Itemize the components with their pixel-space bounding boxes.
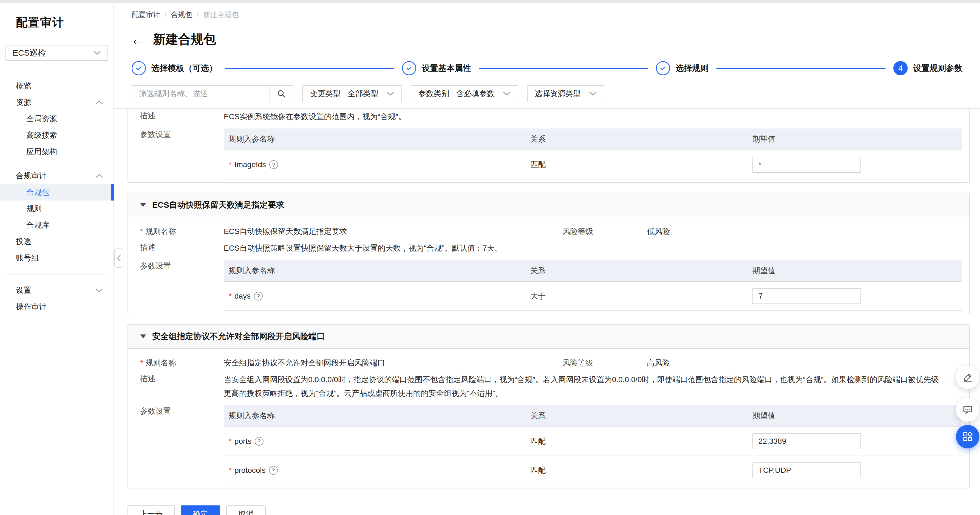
step-4-current: 4 设置规则参数 — [893, 61, 963, 75]
param-name: ImageIds — [234, 160, 266, 169]
rule-section-title: 安全组指定协议不允许对全部网段开启风险端口 — [152, 331, 325, 342]
step-2-label: 设置基本属性 — [422, 63, 471, 74]
scope-select[interactable]: ECS巡检 — [5, 45, 108, 61]
app-grid-icon — [962, 431, 973, 442]
change-type-dropdown[interactable]: 变更类型 全部类型 — [302, 85, 402, 102]
param-name: ports — [234, 437, 251, 446]
sidebar-item-label: 资源 — [16, 97, 31, 108]
param-category-dropdown[interactable]: 参数类别 含必填参数 — [411, 85, 518, 102]
required-mark: * — [140, 358, 143, 367]
param-row: *protocols? 匹配 — [224, 456, 962, 485]
param-row: *days? 大于 — [224, 282, 962, 311]
sidebar-collapse-handle[interactable] — [115, 249, 123, 268]
change-type-value: 全部类型 — [348, 89, 379, 99]
chevron-left-icon — [117, 254, 121, 262]
scope-select-value: ECS巡检 — [13, 48, 46, 59]
sidebar-item-label: 应用架构 — [26, 147, 57, 157]
sidebar-divider — [6, 274, 107, 274]
help-icon[interactable]: ? — [269, 466, 278, 475]
sidebar-item-settings[interactable]: 设置 — [0, 282, 113, 299]
required-mark: * — [229, 292, 232, 301]
param-table: 规则入参名称 关系 期望值 *ports? 匹配 *protocols? 匹配 — [224, 405, 962, 485]
param-category-value: 含必填参数 — [456, 89, 495, 99]
collapse-triangle-icon — [140, 334, 146, 338]
sidebar-item-label: 账号组 — [16, 253, 39, 263]
rule-name-row: *规则名称 安全组指定协议不允许对全部网段开启风险端口 风险等级 高风险 — [140, 357, 962, 369]
param-settings-row: 参数设置 规则入参名称 关系 期望值 *ImageIds? 匹配 — [140, 128, 962, 179]
expected-value-input[interactable] — [752, 463, 861, 478]
param-settings-row: 参数设置 规则入参名称 关系 期望值 *ports? 匹配 *protocols… — [140, 405, 962, 485]
step-connector — [225, 68, 394, 69]
step-1: 选择模板（可选） — [132, 61, 217, 75]
window-top-edge — [0, 0, 980, 3]
description-text: 当安全组入网网段设置为0.0.0.0/0时，指定协议的端口范围不包含指定风险端口… — [224, 373, 962, 400]
rule-search-input[interactable] — [132, 86, 269, 101]
breadcrumb-separator: / — [197, 10, 199, 19]
sidebar-item-rules[interactable]: 规则 — [0, 201, 113, 217]
param-name-column-header: 规则入参名称 — [224, 134, 525, 144]
expected-value-input[interactable] — [752, 433, 861, 449]
sidebar-item-label: 设置 — [16, 285, 31, 296]
risk-level-value: 高风险 — [647, 357, 670, 369]
risk-level-value: 低风险 — [647, 225, 670, 238]
back-arrow-icon[interactable]: ← — [130, 32, 145, 47]
sidebar-item-label: 规则 — [26, 204, 42, 214]
sidebar-item-compliance-lib[interactable]: 合规库 — [0, 217, 113, 233]
search-button[interactable] — [269, 86, 293, 101]
resource-type-dropdown[interactable]: 选择资源类型 — [527, 85, 605, 102]
breadcrumb-separator: / — [164, 10, 167, 19]
sidebar-item-advanced-search[interactable]: 高级搜索 — [0, 127, 113, 144]
rule-section-header[interactable]: 安全组指定协议不允许对全部网段开启风险端口 — [128, 325, 969, 349]
relation-value: 匹配 — [525, 465, 748, 475]
step-done-check-icon — [402, 61, 416, 75]
rule-name-value: 安全组指定协议不允许对全部网段开启风险端口 — [224, 357, 562, 369]
page-title: 新建合规包 — [153, 31, 216, 48]
edit-feedback-fab[interactable] — [956, 365, 980, 389]
required-mark: * — [229, 160, 232, 169]
description-label: 描述 — [140, 241, 224, 254]
sidebar-item-label: 全局资源 — [26, 114, 57, 124]
rule-section-card: 描述 ECS实例系统镜像在参数设置的范围内，视为“合规”。 参数设置 规则入参名… — [127, 109, 970, 183]
sidebar-item-account-group[interactable]: 账号组 — [0, 250, 113, 266]
description-label: 描述 — [140, 110, 224, 122]
step-4-label: 设置规则参数 — [913, 63, 963, 74]
rule-section-header[interactable]: ECS自动快照保留天数满足指定要求 — [128, 193, 969, 217]
wizard-footer: 上一步 确定 取消 — [127, 505, 970, 515]
sidebar-item-label: 高级搜索 — [26, 130, 57, 141]
chevron-up-icon — [95, 174, 103, 178]
help-icon[interactable]: ? — [255, 437, 264, 446]
rule-name-label: 规则名称 — [145, 358, 176, 367]
sidebar-item-compliance-audit[interactable]: 合规审计 — [0, 168, 113, 184]
sidebar-item-global-resources[interactable]: 全局资源 — [0, 111, 113, 127]
help-icon[interactable]: ? — [254, 292, 262, 301]
sidebar-item-label: 合规包 — [26, 187, 49, 198]
sidebar-item-app-architecture[interactable]: 应用架构 — [0, 144, 113, 160]
feedback-fab[interactable] — [956, 398, 980, 422]
step-3: 选择规则 — [656, 61, 708, 75]
sidebar-item-label: 合规库 — [26, 220, 49, 230]
relation-column-header: 关系 — [525, 410, 748, 421]
param-table: 规则入参名称 关系 期望值 *days? 大于 — [224, 260, 962, 311]
description-row: 描述 ECS实例系统镜像在参数设置的范围内，视为“合规”。 — [140, 110, 962, 124]
filter-bar: 变更类型 全部类型 参数类别 含必填参数 选择资源类型 — [132, 85, 980, 102]
sidebar-item-compliance-pack[interactable]: 合规包 — [0, 184, 113, 201]
relation-column-header: 关系 — [525, 265, 748, 276]
cancel-button[interactable]: 取消 — [226, 505, 266, 515]
apps-fab[interactable] — [956, 425, 980, 448]
step-2: 设置基本属性 — [402, 61, 471, 75]
breadcrumb-link-compliance-pack[interactable]: 合规包 — [171, 10, 192, 19]
help-icon[interactable]: ? — [269, 160, 278, 169]
param-table: 规则入参名称 关系 期望值 *ImageIds? 匹配 — [224, 128, 962, 179]
sidebar-item-action-trail[interactable]: 操作审计 — [0, 299, 113, 315]
sidebar-item-overview[interactable]: 概览 — [0, 78, 113, 94]
required-mark: * — [229, 437, 232, 446]
expected-value-input[interactable] — [752, 157, 861, 173]
confirm-button[interactable]: 确定 — [181, 505, 220, 515]
breadcrumb-link-config-audit[interactable]: 配置审计 — [132, 10, 160, 19]
relation-value: 匹配 — [525, 436, 748, 447]
sidebar-item-resources[interactable]: 资源 — [0, 94, 113, 111]
expected-value-input[interactable] — [752, 288, 861, 304]
sidebar-item-delivery[interactable]: 投递 — [0, 233, 113, 250]
previous-step-button[interactable]: 上一步 — [127, 505, 175, 515]
rule-list-scroll-area[interactable]: 描述 ECS实例系统镜像在参数设置的范围内，视为“合规”。 参数设置 规则入参名… — [114, 108, 980, 515]
